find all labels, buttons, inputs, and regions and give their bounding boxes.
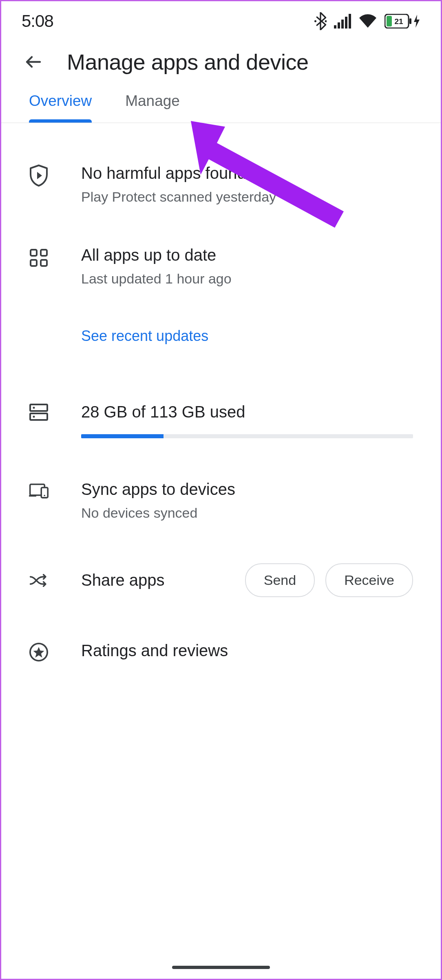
star-circle-icon [29, 642, 49, 662]
svg-rect-14 [41, 260, 47, 266]
updates-sub: Last updated 1 hour ago [81, 271, 413, 287]
ratings-title: Ratings and reviews [81, 640, 413, 661]
row-sync[interactable]: Sync apps to devices No devices synced [1, 479, 441, 521]
svg-rect-11 [31, 250, 37, 256]
page-title: Manage apps and device [67, 49, 308, 75]
play-protect-sub: Play Protect scanned yesterday [81, 189, 413, 205]
svg-text:21: 21 [394, 17, 403, 26]
row-play-protect[interactable]: No harmful apps found Play Protect scann… [1, 163, 441, 205]
status-time: 5:08 [22, 11, 53, 31]
app-header: Manage apps and device [1, 38, 441, 92]
receive-button[interactable]: Receive [325, 563, 413, 597]
row-updates[interactable]: All apps up to date Last updated 1 hour … [1, 245, 441, 345]
sync-sub: No devices synced [81, 505, 413, 521]
status-bar: 5:08 21 [1, 1, 441, 38]
svg-rect-20 [29, 495, 36, 497]
content: No harmful apps found Play Protect scann… [1, 163, 441, 662]
storage-icon [29, 403, 49, 421]
svg-rect-12 [41, 250, 47, 256]
svg-point-0 [314, 20, 316, 22]
svg-rect-6 [349, 14, 351, 29]
status-icons: 21 [314, 12, 420, 30]
cellular-signal-icon [334, 14, 351, 29]
svg-rect-5 [345, 17, 347, 29]
svg-rect-16 [30, 413, 47, 420]
row-ratings[interactable]: Ratings and reviews [1, 640, 441, 662]
send-button[interactable]: Send [245, 563, 315, 597]
home-indicator[interactable] [172, 966, 270, 969]
charging-icon [413, 14, 420, 29]
svg-rect-4 [341, 20, 344, 29]
tab-bar: Overview Manage [1, 92, 441, 123]
svg-point-1 [325, 20, 327, 22]
storage-bar-fill [81, 434, 164, 438]
shuffle-icon [29, 572, 49, 589]
svg-point-18 [33, 416, 35, 418]
bluetooth-icon [314, 12, 327, 30]
svg-rect-13 [31, 260, 37, 266]
svg-rect-15 [30, 404, 47, 411]
wifi-icon [358, 14, 377, 29]
row-share: Share apps Send Receive [1, 563, 441, 597]
svg-rect-9 [409, 18, 411, 24]
apps-grid-icon [30, 249, 48, 267]
share-title: Share apps [81, 571, 234, 589]
see-recent-updates-link[interactable]: See recent updates [81, 327, 208, 345]
svg-rect-3 [338, 22, 340, 29]
arrow-left-icon [24, 52, 43, 72]
row-storage[interactable]: 28 GB of 113 GB used [1, 402, 441, 438]
storage-bar [81, 434, 413, 438]
storage-title: 28 GB of 113 GB used [81, 402, 413, 422]
svg-rect-8 [387, 16, 392, 26]
svg-rect-2 [334, 25, 336, 29]
back-button[interactable] [24, 52, 43, 72]
sync-title: Sync apps to devices [81, 479, 413, 499]
svg-point-22 [44, 495, 45, 497]
battery-indicator: 21 [385, 14, 420, 29]
updates-title: All apps up to date [81, 245, 413, 265]
tab-manage[interactable]: Manage [125, 92, 180, 123]
tab-overview[interactable]: Overview [29, 92, 92, 123]
devices-icon [29, 482, 49, 499]
shield-play-icon [29, 165, 49, 187]
svg-point-17 [33, 407, 35, 409]
play-protect-title: No harmful apps found [81, 163, 413, 183]
